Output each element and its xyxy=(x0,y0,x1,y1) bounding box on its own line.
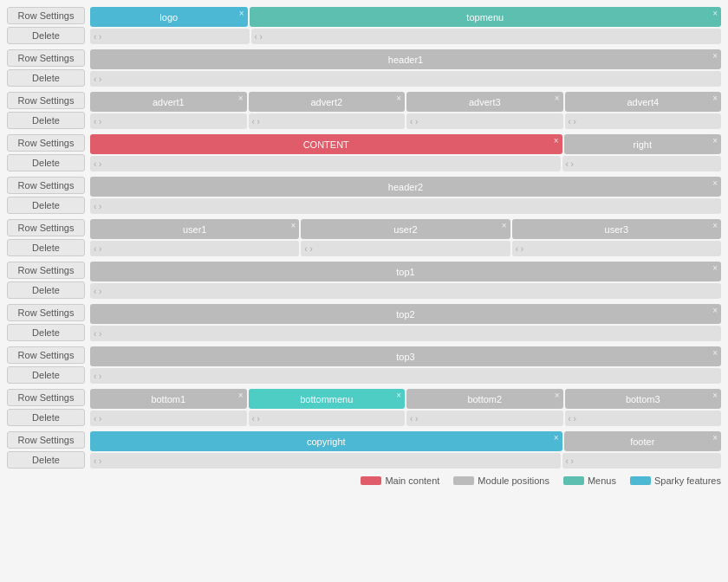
nav-arrows-9-0[interactable]: ‹ › xyxy=(94,372,101,381)
row-settings-button-4[interactable]: Row Settings xyxy=(7,134,85,152)
module-close-top1[interactable]: × xyxy=(712,263,718,273)
nav-arrows-11-1[interactable]: ‹ › xyxy=(566,456,574,466)
nav-cell-6-0[interactable]: ‹ › xyxy=(90,241,299,256)
nav-arrows-3-1[interactable]: ‹ › xyxy=(252,117,260,126)
module-close-top3[interactable]: × xyxy=(712,348,718,358)
row-delete-button-3[interactable]: Delete xyxy=(7,112,85,129)
module-close-header1[interactable]: × xyxy=(712,51,718,61)
module-cell-logo[interactable]: logo× xyxy=(90,7,248,27)
nav-arrows-5-0[interactable]: ‹ › xyxy=(94,202,101,211)
row-delete-button-11[interactable]: Delete xyxy=(7,451,85,469)
nav-cell-8-0[interactable]: ‹ › xyxy=(90,326,721,341)
nav-arrows-6-2[interactable]: ‹ › xyxy=(516,244,523,254)
nav-cell-1-0[interactable]: ‹ › xyxy=(90,29,250,44)
module-close-CONTENT[interactable]: × xyxy=(554,136,559,146)
module-cell-top2[interactable]: top2× xyxy=(90,304,721,324)
nav-arrows-3-0[interactable]: ‹ › xyxy=(94,117,101,126)
nav-arrows-1-1[interactable]: ‹ › xyxy=(255,32,263,42)
nav-cell-10-2[interactable]: ‹ › xyxy=(406,411,563,426)
nav-arrows-2-0[interactable]: ‹ › xyxy=(94,74,101,84)
nav-cell-9-0[interactable]: ‹ › xyxy=(90,368,721,384)
module-close-logo[interactable]: × xyxy=(239,9,244,18)
row-settings-button-7[interactable]: Row Settings xyxy=(7,262,85,279)
nav-cell-11-1[interactable]: ‹ › xyxy=(562,453,722,469)
module-cell-advert4[interactable]: advert4× xyxy=(565,92,722,112)
nav-arrows-7-0[interactable]: ‹ › xyxy=(94,287,101,296)
module-cell-top1[interactable]: top1× xyxy=(90,262,721,281)
nav-cell-3-2[interactable]: ‹ › xyxy=(406,113,563,129)
row-settings-button-2[interactable]: Row Settings xyxy=(7,49,85,67)
nav-cell-3-3[interactable]: ‹ › xyxy=(565,113,722,129)
row-settings-button-1[interactable]: Row Settings xyxy=(7,7,85,24)
module-close-right[interactable]: × xyxy=(712,136,718,146)
nav-arrows-1-0[interactable]: ‹ › xyxy=(94,32,101,42)
row-delete-button-9[interactable]: Delete xyxy=(7,366,85,384)
module-close-header2[interactable]: × xyxy=(712,178,718,188)
module-close-advert3[interactable]: × xyxy=(555,94,560,103)
module-close-user3[interactable]: × xyxy=(712,221,718,230)
row-settings-button-10[interactable]: Row Settings xyxy=(7,389,85,406)
row-delete-button-2[interactable]: Delete xyxy=(7,69,85,87)
module-cell-user3[interactable]: user3× xyxy=(512,219,721,239)
row-delete-button-4[interactable]: Delete xyxy=(7,154,85,171)
module-close-advert2[interactable]: × xyxy=(396,94,401,103)
nav-cell-5-0[interactable]: ‹ › xyxy=(90,198,721,214)
nav-cell-7-0[interactable]: ‹ › xyxy=(90,283,721,299)
module-cell-topmenu[interactable]: topmenu× xyxy=(250,7,722,27)
module-cell-copyright[interactable]: copyright× xyxy=(90,431,562,451)
row-delete-button-6[interactable]: Delete xyxy=(7,239,85,256)
row-delete-button-10[interactable]: Delete xyxy=(7,409,85,426)
row-delete-button-1[interactable]: Delete xyxy=(7,27,85,44)
module-cell-right[interactable]: right× xyxy=(564,134,722,154)
nav-arrows-10-0[interactable]: ‹ › xyxy=(94,414,101,424)
module-cell-bottom1[interactable]: bottom1× xyxy=(90,389,247,409)
module-close-footer[interactable]: × xyxy=(712,433,718,443)
module-cell-header1[interactable]: header1× xyxy=(90,49,721,69)
nav-cell-10-1[interactable]: ‹ › xyxy=(249,411,406,426)
nav-cell-1-1[interactable]: ‹ › xyxy=(251,29,722,44)
module-cell-advert1[interactable]: advert1× xyxy=(90,92,247,112)
nav-cell-6-2[interactable]: ‹ › xyxy=(512,241,721,256)
module-cell-advert3[interactable]: advert3× xyxy=(406,92,563,112)
row-settings-button-6[interactable]: Row Settings xyxy=(7,219,85,236)
module-close-top2[interactable]: × xyxy=(712,306,718,315)
module-close-user1[interactable]: × xyxy=(290,221,296,230)
module-cell-bottom3[interactable]: bottom3× xyxy=(565,389,722,409)
nav-cell-10-3[interactable]: ‹ › xyxy=(565,411,722,426)
module-close-bottom2[interactable]: × xyxy=(555,391,560,400)
module-cell-advert2[interactable]: advert2× xyxy=(249,92,406,112)
nav-arrows-6-0[interactable]: ‹ › xyxy=(94,244,101,254)
row-settings-button-3[interactable]: Row Settings xyxy=(7,92,85,109)
module-cell-CONTENT[interactable]: CONTENT× xyxy=(90,134,562,154)
nav-arrows-4-1[interactable]: ‹ › xyxy=(566,159,574,169)
module-close-topmenu[interactable]: × xyxy=(712,9,718,18)
module-cell-top3[interactable]: top3× xyxy=(90,346,721,366)
nav-arrows-3-2[interactable]: ‹ › xyxy=(410,117,418,126)
row-settings-button-11[interactable]: Row Settings xyxy=(7,431,85,449)
nav-cell-11-0[interactable]: ‹ › xyxy=(90,453,561,469)
module-close-bottom3[interactable]: × xyxy=(712,391,718,400)
row-settings-button-8[interactable]: Row Settings xyxy=(7,304,85,321)
nav-cell-3-1[interactable]: ‹ › xyxy=(249,113,406,129)
row-settings-button-5[interactable]: Row Settings xyxy=(7,177,85,194)
row-delete-button-8[interactable]: Delete xyxy=(7,324,85,341)
module-close-bottom1[interactable]: × xyxy=(238,391,244,400)
nav-arrows-3-3[interactable]: ‹ › xyxy=(569,117,576,126)
row-delete-button-5[interactable]: Delete xyxy=(7,197,85,214)
nav-arrows-10-3[interactable]: ‹ › xyxy=(569,414,576,424)
nav-cell-2-0[interactable]: ‹ › xyxy=(90,71,721,87)
module-cell-footer[interactable]: footer× xyxy=(564,431,722,451)
nav-arrows-10-2[interactable]: ‹ › xyxy=(410,414,418,424)
nav-arrows-11-0[interactable]: ‹ › xyxy=(94,456,101,466)
module-close-bottommenu[interactable]: × xyxy=(396,391,401,400)
module-cell-bottommenu[interactable]: bottommenu× xyxy=(249,389,406,409)
nav-arrows-10-1[interactable]: ‹ › xyxy=(252,414,260,424)
row-delete-button-7[interactable]: Delete xyxy=(7,281,85,299)
module-cell-bottom2[interactable]: bottom2× xyxy=(406,389,563,409)
module-cell-user1[interactable]: user1× xyxy=(90,219,299,239)
nav-cell-4-0[interactable]: ‹ › xyxy=(90,156,561,171)
module-close-advert4[interactable]: × xyxy=(712,94,718,103)
module-cell-user2[interactable]: user2× xyxy=(301,219,510,239)
nav-arrows-6-1[interactable]: ‹ › xyxy=(304,244,312,254)
nav-cell-4-1[interactable]: ‹ › xyxy=(562,156,722,171)
